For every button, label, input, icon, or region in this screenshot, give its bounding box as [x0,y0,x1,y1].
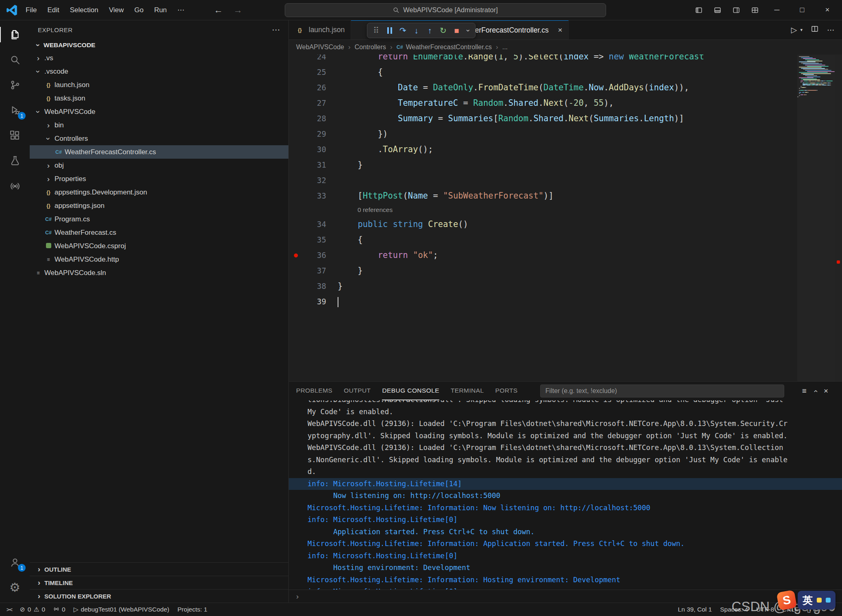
history-back-icon[interactable]: ← [214,5,223,15]
console-line[interactable]: tions.Diagnostics.Abstractions.dll'. Ski… [289,400,842,406]
explorer-more-actions-icon[interactable]: ⋯ [272,25,281,35]
menu-edit[interactable]: Edit [42,3,64,17]
status-cursor-position[interactable]: Ln 39, Col 1 [674,603,716,616]
console-line[interactable]: info: Microsoft.Hosting.Lifetime[0] [289,550,842,562]
close-button[interactable]: × [816,1,839,19]
tree-item-weatherforecast-cs[interactable]: C#WeatherForecast.cs [30,226,288,239]
section-timeline[interactable]: ›TIMELINE [30,576,288,589]
step-out-icon[interactable]: ↑ [423,24,436,37]
breakpoint-icon[interactable]: ● [289,247,303,263]
close-panel-icon[interactable]: × [824,387,828,395]
activity-remote-icon[interactable] [0,173,30,199]
more-actions-icon[interactable]: ⋯ [827,25,835,35]
tree-item-weatherforecastcontroller-cs[interactable]: C#WeatherForecastController.cs [30,145,288,159]
console-line[interactable]: Microsoft.Hosting.Lifetime: Information:… [289,538,842,550]
console-line[interactable]: s.NonGeneric.dll'. Skipped loading symbo… [289,454,842,466]
code-line[interactable]: ●36 return "ok"; [289,247,842,263]
step-into-icon[interactable]: ↓ [410,24,423,37]
minimap[interactable] [797,55,835,381]
code-line[interactable]: 29 }) [289,126,842,142]
tree-item-webapivscode[interactable]: ›WebAPIVSCode [30,105,288,118]
code-editor[interactable]: 24 return Enumerable.Range(1, 5).Select(… [289,55,842,381]
toggle-primary-sidebar-icon[interactable] [691,3,707,17]
console-line[interactable]: d. [289,466,842,478]
tree-item-program-cs[interactable]: C#Program.cs [30,212,288,226]
tree-item-controllers[interactable]: ›Controllers [30,132,288,145]
tree-item-launch-json[interactable]: {}launch.json [30,78,288,92]
activity-settings-icon[interactable]: ⚙ [0,575,30,600]
ime-toolbar[interactable]: S 英 [778,591,835,609]
panel-tab-problems[interactable]: PROBLEMS [296,382,332,400]
codelens-references[interactable]: 0 references [289,203,842,216]
command-center-search[interactable]: WebAPIVSCode [Administrator] [285,3,606,17]
console-line[interactable]: WebAPIVSCode.dll (29136): Loaded 'C:\Pro… [289,442,842,454]
breadcrumb-item-controllers[interactable]: Controllers [355,44,386,51]
menu-run[interactable]: Run [149,3,172,17]
console-line[interactable]: My Code' is enabled. [289,406,842,418]
console-line[interactable]: Application started. Press Ctrl+C to shu… [289,526,842,538]
code-line[interactable]: 30 .ToArray(); [289,142,842,157]
activity-explorer-icon[interactable] [0,22,30,47]
panel-menu-icon[interactable]: ≡ [802,387,807,395]
more-dropdown-icon[interactable]: › [464,24,473,37]
tab-launch-json[interactable]: {}launch.json [289,20,351,39]
console-line[interactable]: Microsoft.Hosting.Lifetime: Information:… [289,502,842,514]
section-outline[interactable]: ›OUTLINE [30,562,288,576]
menu-go[interactable]: Go [129,3,149,17]
code-line[interactable]: 25 { [289,64,842,80]
panel-tab-terminal[interactable]: TERMINAL [451,382,484,400]
code-line[interactable]: 26 Date = DateOnly.FromDateTime(DateTime… [289,80,842,95]
tree-item-webapivscode-csproj[interactable]: WebAPIVSCode.csproj [30,239,288,253]
run-icon[interactable]: ▷ [791,25,797,35]
tree-item-tasks-json[interactable]: {}tasks.json [30,92,288,105]
code-line[interactable]: 35 { [289,232,842,247]
breadcrumb-item-weatherforecastcontroller-cs[interactable]: C#WeatherForecastController.cs [397,44,492,51]
status-problems[interactable]: ⊘0⚠0 [16,603,49,616]
restart-icon[interactable]: ↻ [437,24,449,37]
maximize-button[interactable]: □ [791,1,814,19]
activity-source-control-icon[interactable] [0,72,30,98]
tab-close-icon[interactable]: × [558,26,562,35]
activity-extensions-icon[interactable] [0,123,30,148]
activity-testing-icon[interactable] [0,148,30,173]
status-debug-session[interactable]: ▷debugTest01 (WebAPIVSCode) [70,603,174,616]
stop-icon[interactable]: ■ [450,24,463,37]
console-filter-input[interactable] [540,384,784,398]
console-line[interactable]: Hosting environment: Development [289,562,842,574]
editor-scrollbar[interactable] [835,55,842,381]
code-line[interactable]: 39 [289,294,842,309]
toggle-panel-icon[interactable] [709,3,726,17]
status-remote[interactable]: >< [2,603,16,616]
panel-tab-output[interactable]: OUTPUT [344,382,371,400]
code-line[interactable]: 27 TemperatureC = Random.Shared.Next(-20… [289,95,842,111]
console-line[interactable]: yptography.dll'. Skipped loading symbols… [289,430,842,442]
customize-layout-icon[interactable] [747,3,763,17]
code-line[interactable]: 28 Summary = Summaries[Random.Shared.Nex… [289,111,842,126]
tree-item-webapivscode-http[interactable]: ≡WebAPIVSCode.http [30,253,288,266]
debug-console[interactable]: tions.Diagnostics.Abstractions.dll'. Ski… [289,400,842,590]
panel-tab-debug-console[interactable]: DEBUG CONSOLE [382,382,439,400]
toggle-secondary-sidebar-icon[interactable] [728,3,744,17]
menu-view[interactable]: View [104,3,129,17]
maximize-panel-icon[interactable]: › [814,387,816,395]
tree-item-vs[interactable]: ›.vs [30,51,288,65]
code-line[interactable]: 37 } [289,263,842,278]
tree-item-vscode[interactable]: ›.vscode [30,65,288,78]
code-line[interactable]: 24 return Enumerable.Range(1, 5).Select(… [289,55,842,64]
console-line[interactable]: info: Microsoft.Hosting.Lifetime[0] [289,514,842,526]
activity-run-debug-icon[interactable]: 1 [0,98,30,123]
code-line[interactable]: 34 public string Create() [289,216,842,232]
workspace-root-row[interactable]: › WEBAPIVSCODE [30,39,288,51]
tree-item-obj[interactable]: ›obj [30,159,288,172]
pause-icon[interactable] [383,24,396,37]
status-projects[interactable]: Projects: 1 [173,603,211,616]
activity-accounts-icon[interactable]: 1 [0,550,30,575]
console-line[interactable]: Now listening on: http://localhost:5000 [289,490,842,502]
console-line[interactable]: info: Microsoft.Hosting.Lifetime[0] [289,586,842,590]
code-line[interactable]: 32 [289,173,842,188]
code-line[interactable]: 33 [HttpPost(Name = "SubWeatherForecast"… [289,188,842,203]
code-line[interactable]: 31 } [289,157,842,173]
tree-item-appsettings-json[interactable]: {}appsettings.json [30,199,288,212]
console-line[interactable]: info: Microsoft.Hosting.Lifetime[14] [289,478,842,490]
tree-item-properties[interactable]: ›Properties [30,172,288,186]
